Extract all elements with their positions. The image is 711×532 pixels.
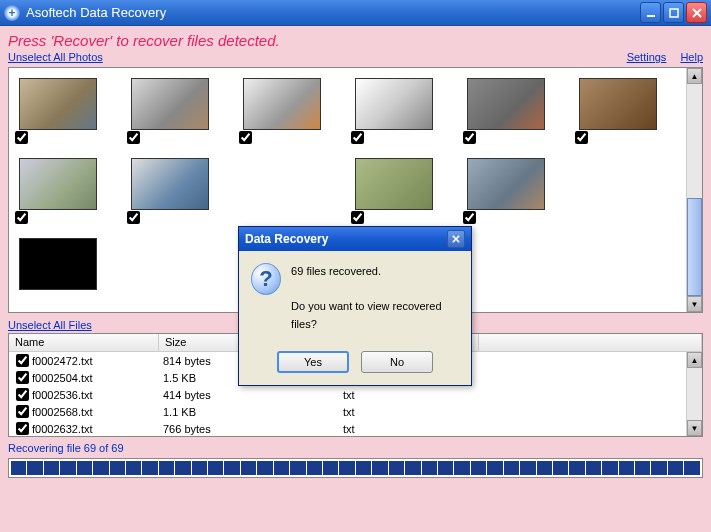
- photo-checkbox[interactable]: [127, 211, 140, 224]
- thumbnail: [19, 238, 97, 290]
- instruction-text: Press 'Recover' to recover files detecte…: [8, 32, 703, 49]
- scroll-thumb[interactable]: [687, 198, 702, 296]
- column-header-name[interactable]: Name: [9, 334, 159, 351]
- scroll-up-icon[interactable]: ▲: [687, 68, 702, 84]
- file-checkbox[interactable]: [16, 354, 29, 367]
- dialog-text: 69 files recovered. Do you want to view …: [291, 263, 459, 333]
- photo-item[interactable]: [355, 78, 433, 130]
- no-button[interactable]: No: [361, 351, 433, 373]
- settings-link[interactable]: Settings: [627, 51, 667, 63]
- file-name: f0002472.txt: [32, 355, 93, 367]
- window-title: Asoftech Data Recovery: [26, 5, 640, 20]
- table-row[interactable]: f0002536.txt 414 bytes txt: [9, 386, 702, 403]
- thumbnail: [19, 78, 97, 130]
- titlebar: + Asoftech Data Recovery: [0, 0, 711, 26]
- window-controls: [640, 2, 707, 23]
- dialog-close-button[interactable]: [447, 230, 465, 248]
- file-name: f0002504.txt: [32, 372, 93, 384]
- photo-item[interactable]: [355, 158, 433, 210]
- photo-item[interactable]: [467, 78, 545, 130]
- status-text: Recovering file 69 of 69: [8, 442, 703, 454]
- file-ext: txt: [339, 389, 479, 401]
- photo-checkbox[interactable]: [351, 211, 364, 224]
- dialog-line1: 69 files recovered.: [291, 263, 459, 281]
- dialog-title: Data Recovery: [245, 232, 328, 246]
- file-scrollbar[interactable]: ▲ ▼: [686, 352, 702, 436]
- photo-checkbox[interactable]: [15, 131, 28, 144]
- file-checkbox[interactable]: [16, 405, 29, 418]
- thumbnail: [355, 158, 433, 210]
- dialog-titlebar: Data Recovery: [239, 227, 471, 251]
- file-size: 414 bytes: [159, 389, 339, 401]
- file-ext: txt: [339, 423, 479, 435]
- file-name: f0002632.txt: [32, 423, 93, 435]
- photo-item[interactable]: [243, 78, 321, 130]
- unselect-all-files-link[interactable]: Unselect All Files: [8, 319, 92, 331]
- svg-rect-1: [670, 9, 678, 17]
- thumbnail: [19, 158, 97, 210]
- help-link[interactable]: Help: [680, 51, 703, 63]
- scroll-down-icon[interactable]: ▼: [687, 420, 702, 436]
- photo-checkbox[interactable]: [15, 211, 28, 224]
- thumbnail: [467, 78, 545, 130]
- photo-scrollbar[interactable]: ▲ ▼: [686, 68, 702, 312]
- thumbnail: [243, 78, 321, 130]
- dialog-line2: Do you want to view recovered files?: [291, 298, 459, 333]
- photo-item[interactable]: [131, 78, 209, 130]
- photo-item[interactable]: [131, 158, 209, 210]
- close-button[interactable]: [686, 2, 707, 23]
- file-name: f0002536.txt: [32, 389, 93, 401]
- dialog-buttons: Yes No: [239, 345, 471, 385]
- progress-bar: [8, 458, 703, 478]
- photo-checkbox[interactable]: [463, 211, 476, 224]
- dialog: Data Recovery ? 69 files recovered. Do y…: [238, 226, 472, 386]
- scroll-down-icon[interactable]: ▼: [687, 296, 702, 312]
- app-body: Press 'Recover' to recover files detecte…: [0, 26, 711, 532]
- minimize-button[interactable]: [640, 2, 661, 23]
- photo-checkbox[interactable]: [239, 131, 252, 144]
- photo-checkbox[interactable]: [351, 131, 364, 144]
- yes-button[interactable]: Yes: [277, 351, 349, 373]
- photo-item[interactable]: [579, 78, 657, 130]
- photo-checkbox[interactable]: [463, 131, 476, 144]
- top-links: Unselect All Photos Settings Help: [8, 51, 703, 63]
- photo-item[interactable]: [19, 238, 97, 290]
- photo-checkbox[interactable]: [127, 131, 140, 144]
- app-icon: +: [4, 5, 20, 21]
- column-header-blank: [479, 334, 702, 351]
- file-checkbox[interactable]: [16, 388, 29, 401]
- thumbnail: [131, 158, 209, 210]
- scroll-up-icon[interactable]: ▲: [687, 352, 702, 368]
- table-row[interactable]: f0002568.txt 1.1 KB txt: [9, 403, 702, 420]
- file-size: 1.1 KB: [159, 406, 339, 418]
- table-row[interactable]: f0002632.txt 766 bytes txt: [9, 420, 702, 436]
- unselect-all-photos-link[interactable]: Unselect All Photos: [8, 51, 103, 63]
- thumbnail: [355, 78, 433, 130]
- question-icon: ?: [251, 263, 281, 295]
- maximize-button[interactable]: [663, 2, 684, 23]
- dialog-body: ? 69 files recovered. Do you want to vie…: [239, 251, 471, 345]
- spacer: [103, 51, 627, 63]
- file-ext: txt: [339, 406, 479, 418]
- photo-checkbox[interactable]: [575, 131, 588, 144]
- file-size: 766 bytes: [159, 423, 339, 435]
- photo-item[interactable]: [467, 158, 545, 210]
- photo-item[interactable]: [19, 158, 97, 210]
- file-name: f0002568.txt: [32, 406, 93, 418]
- thumbnail: [467, 158, 545, 210]
- file-checkbox[interactable]: [16, 422, 29, 435]
- thumbnail: [579, 78, 657, 130]
- thumbnail: [131, 78, 209, 130]
- file-checkbox[interactable]: [16, 371, 29, 384]
- photo-item[interactable]: [19, 78, 97, 130]
